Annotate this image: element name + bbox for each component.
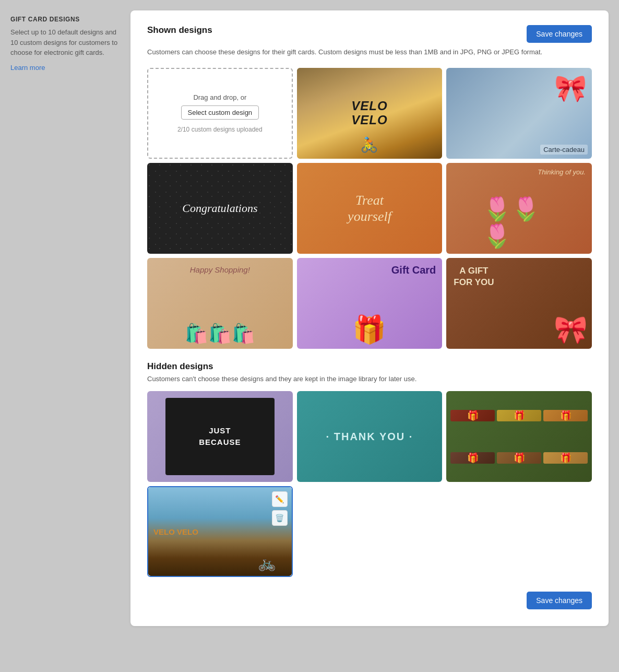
giftcard-label: Gift Card: [391, 264, 436, 276]
justbecause-label: JUSTBECAUSE: [199, 425, 241, 449]
hidden-designs-grid: JUSTBECAUSE · THANK YOU · 🎁 🎁 🎁 🎁 🎁: [147, 391, 592, 577]
sidebar-description: Select up to 10 default designs and 10 c…: [10, 27, 120, 58]
main-panel: Shown designs Save changes Customers can…: [130, 10, 609, 626]
shown-section-title: Shown designs: [147, 25, 212, 36]
shown-section-description: Customers can choose these designs for t…: [147, 47, 592, 57]
design-card-thinking-of-you[interactable]: Thinking of you. 🌷🌷🌷: [446, 163, 592, 254]
sidebar: GIFT CARD DESIGNS Select up to 10 defaul…: [10, 10, 120, 626]
trash-icon: 🗑️: [275, 514, 284, 522]
agift-label: A GIFTFOR YOU: [454, 265, 494, 288]
select-custom-design-button[interactable]: Select custom design: [181, 105, 259, 120]
hidden-section-title: Hidden designs: [147, 361, 592, 372]
action-icons: ✏️ 🗑️: [272, 491, 288, 526]
learn-more-link[interactable]: Learn more: [10, 64, 45, 72]
design-card-a-gift-for-you[interactable]: A GIFTFOR YOU 🎀: [446, 258, 592, 349]
edit-icon: ✏️: [275, 495, 284, 503]
design-card-treat-yourself[interactable]: Treatyourself: [297, 163, 443, 254]
design-card-velo-shown[interactable]: VELOVELO 🚴: [297, 68, 443, 159]
congrats-label: Congratulations: [182, 202, 257, 215]
upload-count: 2/10 custom designs uploaded: [177, 126, 263, 133]
design-card-happy-shopping[interactable]: Happy Shopping! 🛍️🛍️🛍️: [147, 258, 293, 349]
design-card-gift-boxes[interactable]: 🎁 🎁 🎁 🎁 🎁 🎁: [446, 391, 592, 482]
edit-button[interactable]: ✏️: [272, 491, 288, 507]
delete-button[interactable]: 🗑️: [272, 510, 288, 526]
carte-cadeau-label: Carte-cadeau: [540, 145, 588, 155]
save-changes-button-top[interactable]: Save changes: [527, 25, 592, 43]
design-card-carte-cadeau[interactable]: 🎀 Carte-cadeau: [446, 68, 592, 159]
thinking-label: Thinking of you.: [538, 168, 586, 176]
bottom-save-container: Save changes: [147, 592, 592, 609]
design-card-thank-you[interactable]: · THANK YOU ·: [297, 391, 443, 482]
treat-label: Treatyourself: [348, 192, 391, 225]
shopping-label: Happy Shopping!: [147, 265, 293, 274]
velo-hidden-label: VELO VELO: [153, 527, 198, 536]
save-changes-button-bottom[interactable]: Save changes: [527, 592, 592, 609]
shown-designs-grid: Drag and drop, or Select custom design 2…: [147, 68, 592, 349]
design-card-congratulations[interactable]: Congratulations: [147, 163, 293, 254]
design-card-just-because[interactable]: JUSTBECAUSE: [147, 391, 293, 482]
design-card-velo-hidden[interactable]: VELO VELO 🚲 ✏️ 🗑️: [147, 486, 293, 577]
sidebar-title: GIFT CARD DESIGNS: [10, 16, 120, 23]
thankyou-label: · THANK YOU ·: [326, 431, 413, 443]
hidden-section-description: Customers can't choose these designs and…: [147, 375, 592, 383]
drag-drop-text: Drag and drop, or: [193, 93, 246, 101]
upload-card[interactable]: Drag and drop, or Select custom design 2…: [147, 68, 293, 159]
shown-section-header: Shown designs Save changes: [147, 25, 592, 43]
design-card-gift-card-purple[interactable]: Gift Card 🎁: [297, 258, 443, 349]
